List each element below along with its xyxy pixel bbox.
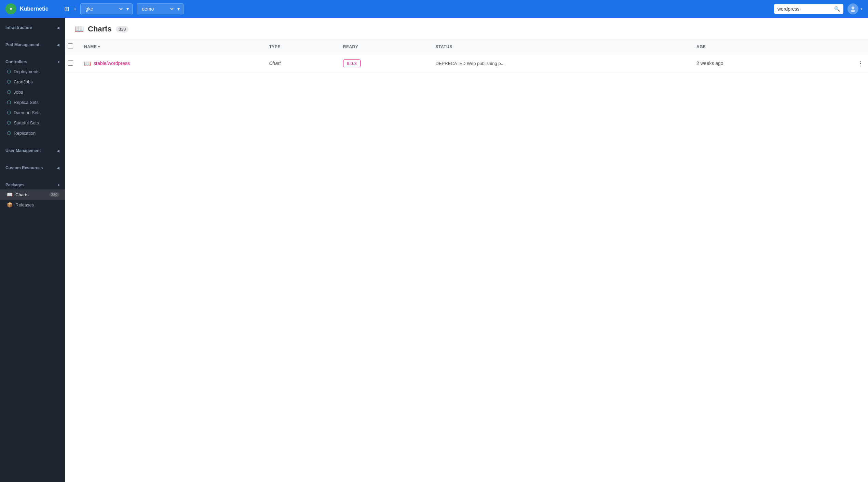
row-ready-cell: 9.0.3 — [338, 54, 430, 72]
row-name-icon: 📖 — [84, 60, 91, 67]
list-icon[interactable]: ≡ — [73, 6, 76, 12]
row-type-text: Chart — [269, 61, 281, 66]
daemonsets-icon: ⬡ — [7, 110, 11, 115]
sidebar-section-packages: Packages ▾ 📖 Charts 330 📦 Releases — [0, 175, 65, 213]
statefulsets-label: Stateful Sets — [14, 120, 39, 125]
sidebar-section-infrastructure: Infrastructure ◀ — [0, 18, 65, 35]
th-age-label: AGE — [696, 44, 706, 49]
sidebar-section-infrastructure-header[interactable]: Infrastructure ◀ — [0, 23, 65, 32]
charts-badge: 330 — [49, 192, 59, 197]
sidebar-section-pod-management: Pod Management ◀ — [0, 35, 65, 52]
sidebar-item-replication[interactable]: ⬡ Replication — [0, 128, 65, 138]
replication-label: Replication — [14, 131, 36, 136]
row-checkbox[interactable] — [68, 60, 73, 66]
th-ready-label: READY — [343, 44, 358, 49]
sidebar-item-daemonsets[interactable]: ⬡ Daemon Sets — [0, 107, 65, 118]
custom-resources-collapse-icon: ◀ — [57, 166, 59, 170]
infrastructure-label: Infrastructure — [5, 25, 32, 30]
namespace-chevron-icon: ▾ — [177, 6, 180, 12]
topbar: Kubernetic ⊞ ≡ gke minikube docker-deskt… — [0, 0, 868, 18]
cluster-dropdown[interactable]: gke minikube docker-desktop — [84, 6, 124, 12]
row-age-text: 2 weeks ago — [696, 61, 723, 66]
sidebar-section-custom-resources: Custom Resources ◀ — [0, 158, 65, 175]
th-name-sortable[interactable]: NAME ▾ — [84, 44, 258, 49]
pod-management-label: Pod Management — [5, 42, 39, 47]
jobs-icon: ⬡ — [7, 89, 11, 95]
sidebar-item-releases[interactable]: 📦 Releases — [0, 200, 65, 210]
row-actions-menu-icon[interactable]: ⋮ — [857, 59, 864, 67]
row-status-text: DEPRECATED Web publishing p... — [436, 61, 505, 66]
select-all-header — [65, 39, 79, 54]
brand: Kubernetic — [5, 3, 60, 14]
search-box: 🔍 — [774, 4, 843, 14]
statefulsets-icon: ⬡ — [7, 120, 11, 125]
grid-icon[interactable]: ⊞ — [64, 5, 69, 13]
sidebar-section-pod-management-header[interactable]: Pod Management ◀ — [0, 40, 65, 49]
table-body: 📖 stable/wordpress Chart 9.0.3 DEPRECATE… — [65, 54, 868, 72]
select-all-checkbox[interactable] — [68, 43, 73, 49]
deployments-icon: ⬡ — [7, 69, 11, 74]
sidebar-item-jobs[interactable]: ⬡ Jobs — [0, 87, 65, 97]
sidebar-item-cronjobs[interactable]: ⬡ CronJobs — [0, 77, 65, 87]
row-type-cell: Chart — [263, 54, 337, 72]
user-management-collapse-icon: ◀ — [57, 149, 59, 153]
cluster-chevron-icon: ▾ — [126, 6, 129, 12]
cluster-select[interactable]: gke minikube docker-desktop ▾ — [80, 3, 133, 14]
row-name-text: stable/wordpress — [94, 61, 130, 66]
sidebar: Infrastructure ◀ Pod Management ◀ Contro… — [0, 18, 65, 482]
th-name: NAME ▾ — [79, 39, 263, 54]
user-avatar — [847, 3, 858, 14]
sidebar-section-user-management-header[interactable]: User Management ◀ — [0, 146, 65, 155]
row-name-cell: 📖 stable/wordpress — [79, 54, 263, 72]
svg-point-1 — [852, 6, 854, 9]
svg-point-2 — [851, 10, 855, 12]
search-icon[interactable]: 🔍 — [834, 6, 840, 12]
page-title-icon: 📖 — [74, 25, 84, 34]
releases-label: Releases — [15, 202, 34, 207]
table-row: 📖 stable/wordpress Chart 9.0.3 DEPRECATE… — [65, 54, 868, 72]
sidebar-item-deployments[interactable]: ⬡ Deployments — [0, 66, 65, 77]
sidebar-section-packages-header[interactable]: Packages ▾ — [0, 180, 65, 189]
row-name[interactable]: 📖 stable/wordpress — [84, 60, 258, 67]
sidebar-item-charts[interactable]: 📖 Charts 330 — [0, 189, 65, 200]
page-header: 📖 Charts 330 — [65, 18, 868, 39]
row-checkbox-cell — [65, 54, 79, 72]
controllers-collapse-icon: ▾ — [57, 61, 60, 63]
row-ready-badge: 9.0.3 — [343, 59, 361, 67]
sidebar-item-replicasets[interactable]: ⬡ Replica Sets — [0, 97, 65, 107]
main-content: 📖 Charts 330 NAME ▾ — [65, 18, 868, 482]
cronjobs-label: CronJobs — [14, 79, 33, 84]
sidebar-section-custom-resources-header[interactable]: Custom Resources ◀ — [0, 163, 65, 172]
brand-logo — [5, 3, 16, 14]
th-status: STATUS — [430, 39, 691, 54]
th-ready: READY — [338, 39, 430, 54]
namespace-dropdown[interactable]: demo default kube-system — [140, 6, 175, 12]
page-badge: 330 — [116, 26, 129, 32]
daemonsets-label: Daemon Sets — [14, 110, 41, 115]
th-age: AGE — [691, 39, 814, 54]
user-chevron-icon: ▾ — [860, 7, 863, 11]
sidebar-item-statefulsets[interactable]: ⬡ Stateful Sets — [0, 118, 65, 128]
jobs-label: Jobs — [14, 90, 23, 95]
sidebar-section-user-management: User Management ◀ — [0, 141, 65, 158]
row-age-cell: 2 weeks ago — [691, 54, 814, 72]
user-menu[interactable]: ▾ — [847, 3, 863, 14]
custom-resources-label: Custom Resources — [5, 165, 43, 170]
pod-management-collapse-icon: ◀ — [57, 43, 59, 47]
brand-name: Kubernetic — [20, 6, 49, 12]
search-input[interactable] — [777, 6, 832, 12]
table-container: NAME ▾ TYPE READY STATUS — [65, 39, 868, 482]
replication-icon: ⬡ — [7, 130, 11, 136]
page-title: Charts — [88, 25, 112, 34]
controllers-label: Controllers — [5, 59, 27, 64]
infrastructure-collapse-icon: ◀ — [57, 26, 59, 30]
th-status-label: STATUS — [436, 44, 452, 49]
sidebar-section-controllers-header[interactable]: Controllers ▾ — [0, 57, 65, 66]
table-header: NAME ▾ TYPE READY STATUS — [65, 39, 868, 54]
th-type-label: TYPE — [269, 44, 280, 49]
replicasets-label: Replica Sets — [14, 100, 39, 105]
row-actions-cell[interactable]: ⋮ — [814, 54, 868, 72]
namespace-select[interactable]: demo default kube-system ▾ — [137, 3, 184, 14]
packages-collapse-icon: ▾ — [57, 184, 60, 186]
th-type: TYPE — [263, 39, 337, 54]
